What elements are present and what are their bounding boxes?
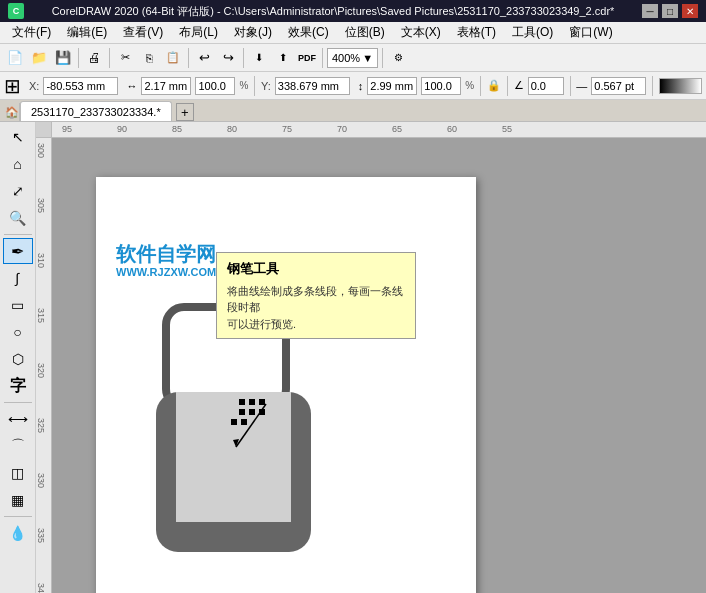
pct1-input[interactable]: [195, 77, 235, 95]
document-tab[interactable]: 2531170_233733023334.*: [20, 101, 172, 121]
canvas-area[interactable]: 95 90 85 80 75 70 65 60 55 300 305 310 3: [36, 122, 706, 593]
ruler-corner: [36, 122, 52, 138]
pct1-unit: %: [239, 80, 248, 91]
tooltip-title: 钢笔工具: [227, 259, 405, 280]
ruler-v-tick-340: 340: [36, 583, 46, 593]
ruler-v-tick-320: 320: [36, 363, 46, 378]
separator: [652, 76, 653, 96]
watermark: 软件自学网 WWW.RJZXW.COM: [116, 242, 216, 279]
pct2-unit: %: [465, 80, 474, 91]
angle-input[interactable]: [528, 77, 564, 95]
tooltip-body: 将曲线绘制成多条线段，每画一条线段时都 可以进行预览.: [227, 283, 405, 333]
cut-button[interactable]: ✂: [114, 47, 136, 69]
height-input[interactable]: 2.99 mm: [367, 77, 417, 95]
canvas-document: 软件自学网 WWW.RJZXW.COM: [96, 177, 476, 593]
export-button[interactable]: ⬆: [272, 47, 294, 69]
shape-tool[interactable]: ⌂: [3, 151, 33, 177]
y-label: Y:: [261, 80, 271, 92]
pdf-button[interactable]: PDF: [296, 47, 318, 69]
dimension-tool[interactable]: ⟷: [3, 406, 33, 432]
undo-button[interactable]: ↩: [193, 47, 215, 69]
zoom-tool[interactable]: 🔍: [3, 205, 33, 231]
pen-tool[interactable]: ✒: [3, 238, 33, 264]
zoom-dropdown[interactable]: 400% ▼: [327, 48, 378, 68]
ruler-h-tick-80: 80: [227, 124, 237, 134]
eyedropper-tool[interactable]: 💧: [3, 520, 33, 546]
y-input[interactable]: 338.679 mm: [275, 77, 350, 95]
home-icon[interactable]: 🏠: [4, 103, 20, 121]
separator: [78, 48, 79, 68]
standard-toolbar: 📄 📁 💾 🖨 ✂ ⎘ 📋 ↩ ↪ ⬇ ⬆ PDF 400% ▼ ⚙: [0, 44, 706, 72]
tooltip-line2: 可以进行预览.: [227, 318, 296, 330]
save-button[interactable]: 💾: [52, 47, 74, 69]
stroke-style-preview[interactable]: [659, 78, 702, 94]
menu-effects[interactable]: 效果(C): [280, 22, 337, 43]
ruler-v-tick-310: 310: [36, 253, 46, 268]
ruler-h-tick-95: 95: [62, 124, 72, 134]
menu-text[interactable]: 文本(X): [393, 22, 449, 43]
print-button[interactable]: 🖨: [83, 47, 105, 69]
separator: [507, 76, 508, 96]
separator: [188, 48, 189, 68]
polygon-tool[interactable]: ⬡: [3, 346, 33, 372]
coord-icon: ⊞: [4, 74, 21, 98]
rect-tool[interactable]: ▭: [3, 292, 33, 318]
zoom-dropdown-arrow: ▼: [362, 52, 373, 64]
tab-label: 2531170_233733023334.*: [31, 106, 161, 118]
separator: [254, 76, 255, 96]
options-button[interactable]: ⚙: [387, 47, 409, 69]
menu-file[interactable]: 文件(F): [4, 22, 59, 43]
redo-button[interactable]: ↪: [217, 47, 239, 69]
ruler-v-tick-330: 330: [36, 473, 46, 488]
properties-bar: ⊞ X: -80.553 mm ↔ 2.17 mm % Y: 338.679 m…: [0, 72, 706, 100]
close-button[interactable]: ✕: [682, 4, 698, 18]
ruler-h-tick-70: 70: [337, 124, 347, 134]
menu-object[interactable]: 对象(J): [226, 22, 280, 43]
main-area: ↖ ⌂ ⤢ 🔍 ✒ ∫ ▭ ○ ⬡ 字 ⟷ ⌒ ◫ ▦ 💧: [0, 122, 706, 593]
stroke-input[interactable]: [591, 77, 646, 95]
ruler-h-tick-85: 85: [172, 124, 182, 134]
open-button[interactable]: 📁: [28, 47, 50, 69]
watermark-line2: WWW.RJZXW.COM: [116, 266, 216, 279]
angle-icon: ∠: [514, 79, 524, 92]
text-tool[interactable]: 字: [3, 373, 33, 399]
separator: [243, 48, 244, 68]
menu-layout[interactable]: 布局(L): [171, 22, 226, 43]
svg-line-4: [236, 404, 266, 447]
new-tab-button[interactable]: +: [176, 103, 194, 121]
ruler-v-tick-325: 325: [36, 418, 46, 433]
ruler-v-tick-335: 335: [36, 528, 46, 543]
pattern-tool[interactable]: ▦: [3, 487, 33, 513]
window-controls: ─ □ ✕: [642, 4, 698, 18]
copy-button[interactable]: ⎘: [138, 47, 160, 69]
menu-window[interactable]: 窗口(W): [561, 22, 620, 43]
x-input[interactable]: -80.553 mm: [43, 77, 118, 95]
ruler-h-tick-60: 60: [447, 124, 457, 134]
pct2-input[interactable]: [421, 77, 461, 95]
new-button[interactable]: 📄: [4, 47, 26, 69]
horizontal-ruler: 95 90 85 80 75 70 65 60 55: [52, 122, 706, 138]
watermark-line1: 软件自学网: [116, 242, 216, 266]
lock-icon: 🔒: [487, 79, 501, 92]
width-input[interactable]: 2.17 mm: [141, 77, 191, 95]
menu-view[interactable]: 查看(V): [115, 22, 171, 43]
ruler-v-tick-315: 315: [36, 308, 46, 323]
connector-tool[interactable]: ⌒: [3, 433, 33, 459]
menu-tools[interactable]: 工具(O): [504, 22, 561, 43]
freehand-transform-tool[interactable]: ⤢: [3, 178, 33, 204]
select-tool[interactable]: ↖: [3, 124, 33, 150]
shadow-tool[interactable]: ◫: [3, 460, 33, 486]
paste-button[interactable]: 📋: [162, 47, 184, 69]
menu-edit[interactable]: 编辑(E): [59, 22, 115, 43]
import-button[interactable]: ⬇: [248, 47, 270, 69]
ruler-v-tick-305: 305: [36, 198, 46, 213]
minimize-button[interactable]: ─: [642, 4, 658, 18]
ellipse-tool[interactable]: ○: [3, 319, 33, 345]
calligraphy-tool[interactable]: ∫: [3, 265, 33, 291]
separator: [570, 76, 571, 96]
menu-table[interactable]: 表格(T): [449, 22, 504, 43]
menu-bitmap[interactable]: 位图(B): [337, 22, 393, 43]
separator: [322, 48, 323, 68]
maximize-button[interactable]: □: [662, 4, 678, 18]
width-icon: ↔: [126, 80, 137, 92]
